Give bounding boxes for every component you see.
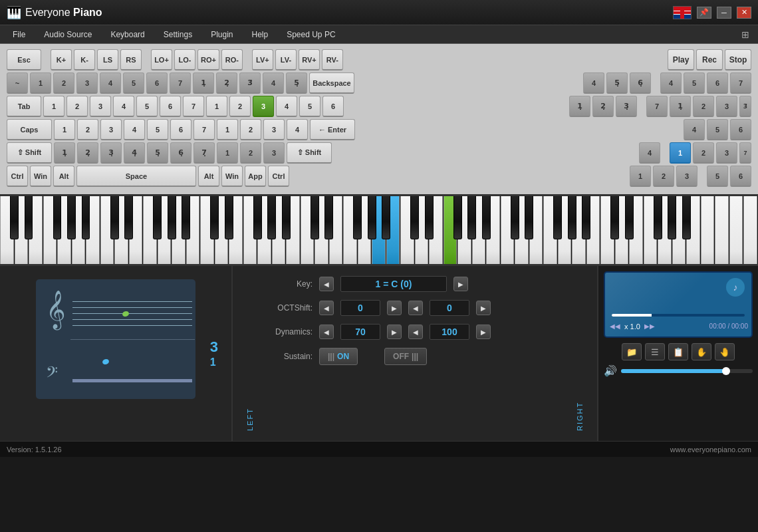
- key-1-r1[interactable]: 1: [30, 72, 51, 94]
- key-roplus[interactable]: RO+: [197, 49, 219, 70]
- close-button[interactable]: ✕: [737, 7, 751, 19]
- key-r2-dot2[interactable]: 2̣: [592, 96, 614, 117]
- dynamics-left-btn-r[interactable]: ▶: [387, 325, 402, 339]
- key-r4-4[interactable]: 4: [639, 142, 660, 164]
- minimize-button[interactable]: ─: [717, 7, 731, 19]
- key-7-r1[interactable]: 7: [170, 72, 191, 94]
- pin-button[interactable]: 📌: [697, 7, 711, 19]
- black-key-25[interactable]: [482, 196, 491, 239]
- key-5-r1[interactable]: 5: [123, 72, 144, 94]
- stop-button[interactable]: Stop: [725, 49, 751, 70]
- menu-help[interactable]: Help: [242, 27, 277, 42]
- hand-left-icon-btn[interactable]: 🤚: [715, 343, 735, 360]
- key-r3-b3[interactable]: 6: [730, 119, 751, 140]
- key-5-r4[interactable]: 5̣: [147, 142, 168, 164]
- black-key-21[interactable]: [425, 196, 434, 239]
- key-2-r1[interactable]: 2: [53, 72, 74, 94]
- key-ls[interactable]: LS: [97, 49, 118, 70]
- key-1-r4[interactable]: 1̣: [54, 142, 75, 164]
- white-key-51[interactable]: [729, 196, 743, 266]
- key-4b-r3[interactable]: 4: [287, 119, 308, 140]
- key-r2-dot1[interactable]: 1̣: [569, 96, 590, 117]
- key-rominus[interactable]: RO-: [221, 49, 243, 70]
- black-key-19[interactable]: [368, 196, 376, 239]
- key-3-r1[interactable]: 3: [76, 72, 98, 94]
- key-3-r3[interactable]: 3: [100, 119, 122, 140]
- black-key-30[interactable]: [582, 196, 590, 239]
- key-5-r2[interactable]: 5: [136, 96, 158, 117]
- progress-bar[interactable]: [612, 314, 745, 317]
- menu-settings[interactable]: Settings: [154, 27, 201, 42]
- black-key-20[interactable]: [410, 196, 419, 239]
- key-r5-b1[interactable]: 5: [707, 166, 728, 187]
- key-4b-r2[interactable]: 4: [276, 96, 297, 117]
- key-ctrl-right[interactable]: Ctrl: [268, 166, 289, 187]
- black-key-15[interactable]: [282, 196, 291, 239]
- key-6-r4[interactable]: 6̣: [170, 142, 191, 164]
- key-r1-a1[interactable]: 4: [583, 72, 604, 94]
- key-r2-dot3[interactable]: 3̣: [616, 96, 637, 117]
- key-rs[interactable]: RS: [120, 49, 142, 70]
- key-5b-r2[interactable]: 5: [299, 96, 320, 117]
- key-r1-a3[interactable]: 6̣: [630, 72, 651, 94]
- key-rvplus[interactable]: RV+: [299, 49, 320, 70]
- key-1b-r4[interactable]: 1: [217, 142, 238, 164]
- menu-plugin[interactable]: Plugin: [201, 27, 242, 42]
- key-r4-side[interactable]: 7: [739, 142, 751, 164]
- folder-icon-btn[interactable]: 📁: [622, 343, 642, 360]
- key-shift-right[interactable]: ⇧ Shift: [287, 142, 332, 164]
- key-lvplus[interactable]: LV+: [252, 49, 273, 70]
- key-kminus[interactable]: K-: [74, 49, 95, 70]
- key-4b-r1[interactable]: 4: [263, 72, 284, 94]
- dynamics-right-btn-l[interactable]: ◀: [408, 325, 423, 339]
- black-key-23[interactable]: [453, 196, 462, 239]
- black-key-25[interactable]: [511, 196, 519, 239]
- key-r4-b1-blue[interactable]: 1: [670, 142, 691, 164]
- key-2b-r4[interactable]: 2: [240, 142, 261, 164]
- black-key-10[interactable]: [210, 196, 219, 239]
- hand-right-icon-btn[interactable]: ✋: [692, 343, 711, 360]
- key-r4-b3[interactable]: 3: [716, 142, 737, 164]
- key-caps[interactable]: Caps: [7, 119, 52, 140]
- key-6-r3[interactable]: 6: [170, 119, 191, 140]
- octshift-right-btn-r[interactable]: ▶: [476, 301, 491, 315]
- octshift-right-btn-l[interactable]: ◀: [408, 301, 423, 315]
- key-r3-b2[interactable]: 5: [707, 119, 728, 140]
- octshift-left-btn-l[interactable]: ◀: [319, 301, 334, 315]
- dynamics-right-btn-r[interactable]: ▶: [476, 325, 491, 339]
- black-key-1[interactable]: [25, 196, 33, 239]
- black-key-26[interactable]: [525, 196, 533, 239]
- white-key-52[interactable]: [743, 196, 757, 266]
- key-7-r4[interactable]: 7̣: [193, 142, 215, 164]
- key-r3-b1[interactable]: 4: [684, 119, 705, 140]
- black-key-20[interactable]: [382, 196, 390, 239]
- menu-file[interactable]: File: [3, 27, 35, 42]
- octshift-left-btn-r[interactable]: ▶: [387, 301, 402, 315]
- key-tab[interactable]: Tab: [7, 96, 41, 117]
- key-5-r3[interactable]: 5: [147, 119, 168, 140]
- key-win-right[interactable]: Win: [221, 166, 243, 187]
- key-4-r3[interactable]: 4: [124, 119, 145, 140]
- key-lominus[interactable]: LO-: [174, 49, 195, 70]
- key-6-r2[interactable]: 6: [160, 96, 181, 117]
- key-r2-b4[interactable]: 3: [716, 96, 737, 117]
- lcd-prev-btn[interactable]: ◀◀: [608, 321, 622, 331]
- key-win-left[interactable]: Win: [30, 166, 51, 187]
- key-left-btn[interactable]: ◀: [319, 277, 334, 291]
- menu-audio-source[interactable]: Audio Source: [35, 27, 101, 42]
- key-backspace[interactable]: Backspace: [309, 72, 354, 94]
- key-4-r1[interactable]: 4: [100, 72, 121, 94]
- key-3b-r2-green[interactable]: 3: [253, 96, 274, 117]
- black-key-6[interactable]: [124, 196, 133, 239]
- black-key-9[interactable]: [168, 196, 176, 239]
- key-r5-2[interactable]: 2: [653, 166, 674, 187]
- key-loplus[interactable]: LO+: [151, 49, 172, 70]
- key-r2-dot-side[interactable]: 3̈: [739, 96, 751, 117]
- key-rvminus[interactable]: RV-: [322, 49, 343, 70]
- key-r4-b2[interactable]: 2: [693, 142, 714, 164]
- key-r1-b3[interactable]: 6: [707, 72, 728, 94]
- black-key-24[interactable]: [467, 196, 476, 239]
- key-1b-r1[interactable]: 1̣: [193, 72, 214, 94]
- key-2-r3[interactable]: 2: [77, 119, 98, 140]
- key-tilde[interactable]: ~: [7, 72, 28, 94]
